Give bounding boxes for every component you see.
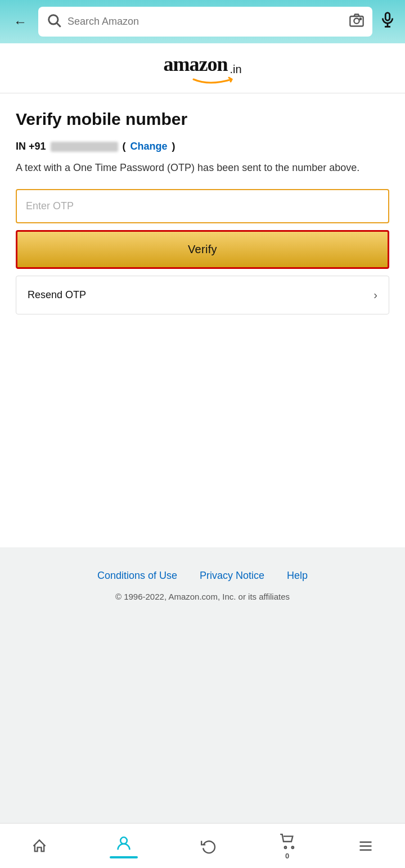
nav-cart[interactable]: 0: [271, 831, 304, 862]
nav-account[interactable]: [101, 834, 147, 861]
browser-bar: ←: [0, 0, 405, 43]
svg-rect-4: [360, 19, 361, 20]
camera-icon[interactable]: [349, 12, 364, 31]
search-icon: [46, 12, 62, 31]
search-input[interactable]: [68, 16, 343, 28]
svg-point-10: [291, 847, 294, 849]
nav-home[interactable]: [22, 836, 56, 858]
mic-icon[interactable]: [379, 11, 396, 32]
paren-open: (: [123, 141, 126, 152]
amazon-header: amazon .in: [0, 43, 405, 93]
nav-menu[interactable]: [349, 836, 382, 858]
footer-links: Conditions of Use Privacy Notice Help: [0, 547, 405, 587]
help-link[interactable]: Help: [287, 570, 308, 582]
svg-point-8: [121, 837, 128, 844]
amazon-smile-arrow: [192, 74, 237, 84]
nav-active-indicator: [110, 856, 138, 858]
otp-description: A text with a One Time Password (OTP) ha…: [16, 160, 389, 176]
phone-number-blurred: [51, 142, 118, 152]
phone-prefix: IN +91: [16, 141, 46, 152]
resend-otp-label: Resend OTP: [28, 289, 86, 301]
page-title: Verify mobile number: [16, 109, 389, 129]
change-link[interactable]: Change: [130, 141, 168, 152]
bottom-nav: 0: [0, 823, 405, 868]
phone-row: IN +91 ( Change ): [16, 141, 389, 152]
home-icon: [32, 838, 47, 856]
privacy-notice-link[interactable]: Privacy Notice: [200, 570, 264, 582]
amazon-logo-text: amazon: [163, 52, 227, 76]
chevron-right-icon: ›: [374, 289, 377, 302]
verify-button[interactable]: Verify: [16, 230, 389, 269]
search-bar-container: [38, 7, 372, 37]
resend-otp-button[interactable]: Resend OTP ›: [16, 276, 389, 314]
nav-returns[interactable]: [192, 836, 226, 858]
footer-copyright: © 1996-2022, Amazon.com, Inc. or its aff…: [0, 587, 405, 613]
back-button[interactable]: ←: [9, 12, 32, 32]
svg-line-1: [57, 23, 60, 26]
svg-point-3: [354, 19, 359, 24]
cart-count: 0: [285, 852, 289, 860]
account-icon: [116, 836, 132, 854]
main-content: Verify mobile number IN +91 ( Change ) A…: [0, 93, 405, 547]
cart-icon: [280, 834, 295, 852]
returns-icon: [201, 838, 217, 856]
paren-close: ): [172, 141, 176, 152]
menu-icon: [358, 838, 374, 856]
conditions-of-use-link[interactable]: Conditions of Use: [97, 570, 177, 582]
svg-point-0: [49, 15, 58, 24]
svg-rect-5: [385, 13, 390, 21]
footer-area: Conditions of Use Privacy Notice Help © …: [0, 547, 405, 823]
amazon-logo: amazon .in: [163, 52, 241, 84]
svg-point-9: [284, 847, 286, 849]
otp-input[interactable]: [16, 189, 389, 223]
